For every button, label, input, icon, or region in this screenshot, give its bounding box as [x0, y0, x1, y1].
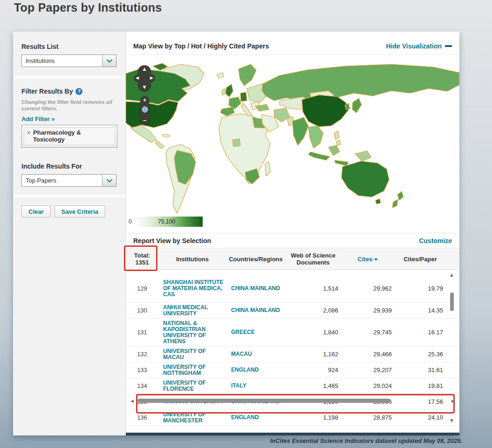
scroll-up-icon[interactable]: ▲	[450, 273, 453, 277]
report-view-title: Report View by Selection	[133, 237, 211, 244]
institution-link[interactable]: NATIONAL & KAPODISTRIAN UNIVERSITY OF AT…	[158, 320, 226, 345]
wos-docs-value: 1,198	[285, 414, 341, 421]
results-list-section: Results List Institutions	[13, 32, 125, 75]
add-filter-link[interactable]: Add Filter »	[21, 115, 117, 122]
wos-docs-value: 2,086	[285, 307, 341, 314]
wos-docs-value: 924	[285, 367, 341, 373]
include-results-value: Top Papers	[22, 177, 56, 184]
table-header-row: Total: 1351 Institutions Countries/Regio…	[126, 248, 459, 270]
include-results-section: Include Results For Top Papers	[13, 156, 125, 194]
country-link[interactable]: ENGLAND	[226, 414, 285, 421]
cites-value: 29,939	[341, 307, 395, 314]
country-link[interactable]: CHINA MAINLAND	[226, 285, 285, 292]
institution-link[interactable]: UNIVERSITY OF MACAU	[158, 348, 226, 360]
clear-button[interactable]: Clear	[21, 205, 51, 217]
pan-right-icon[interactable]: ▶	[150, 76, 153, 80]
main-panel: Results List Institutions Filter Results…	[13, 32, 459, 435]
cites-per-paper-value: 14.35	[395, 307, 446, 314]
collapse-icon[interactable]	[445, 45, 452, 47]
report-view-header: Report View by Selection Customize	[126, 233, 459, 248]
institution-link[interactable]: SHANGHAI INSTITUTE OF MATERIA MEDICA, CA…	[158, 279, 226, 298]
column-header-countries[interactable]: Countries/Regions	[226, 256, 285, 263]
map-view-header: Map View by Top / Hot / Highly Cited Pap…	[126, 37, 459, 55]
country-link[interactable]: MACAU	[226, 351, 285, 357]
cites-per-paper-value: 24.10	[395, 414, 446, 421]
filter-results-text: Filter Results By	[21, 88, 73, 95]
scroll-right-icon[interactable]: ▶	[451, 399, 455, 403]
table-row[interactable]: 130 ANHUI MEDICAL UNIVERSITY CHINA MAINL…	[126, 303, 459, 319]
pan-left-icon[interactable]: ◀	[136, 76, 139, 80]
world-map-region[interactable]: ▲ ▼ ◀ ▶ + − 0 75,100	[126, 55, 459, 232]
table-row[interactable]: 133 UNIVERSITY OF NOTTINGHAM ENGLAND 924…	[126, 362, 459, 378]
cites-per-paper-value: 19.79	[395, 285, 446, 292]
cites-header-label: Cites	[358, 256, 373, 263]
country-link[interactable]: GREECE	[226, 329, 285, 335]
country-link[interactable]: CHINA MAINLAND	[226, 307, 285, 313]
section-divider	[13, 75, 125, 79]
filter-chip-list: × Pharmacology & Toxicology	[21, 125, 117, 148]
horizontal-scroll-thumb[interactable]	[137, 399, 390, 403]
legend-gradient-bar: 75,100	[134, 217, 203, 227]
hide-visualization-link[interactable]: Hide Visualization	[386, 42, 452, 50]
country-link[interactable]: ENGLAND	[226, 367, 285, 373]
actions-section: Clear Save Criteria	[13, 198, 125, 435]
chevron-down-icon[interactable]	[102, 175, 116, 186]
vertical-scroll-thumb[interactable]	[450, 292, 454, 311]
remove-filter-icon[interactable]: ×	[27, 129, 30, 136]
row-rank: 133	[126, 367, 158, 373]
institution-link[interactable]: UNIVERSITY OF NOTTINGHAM	[158, 364, 226, 376]
zoom-in-button[interactable]: +	[143, 97, 147, 103]
cites-value: 29,466	[341, 351, 395, 358]
help-icon[interactable]: ?	[75, 88, 82, 95]
cites-value: 28,875	[341, 414, 395, 421]
table-row[interactable]: 134 UNIVERSITY OF FLORENCE ITALY 1,465 2…	[126, 378, 459, 394]
institution-link[interactable]: UNIVERSITY OF FLORENCE	[158, 380, 226, 392]
table-row[interactable]: 132 UNIVERSITY OF MACAU MACAU 1,162 29,4…	[126, 346, 459, 362]
scroll-left-icon[interactable]: ◀	[130, 399, 134, 403]
institution-link[interactable]: UNIVERSITY OF MANCHESTER	[158, 412, 226, 424]
table-row[interactable]: 131 NATIONAL & KAPODISTRIAN UNIVERSITY O…	[126, 319, 459, 346]
include-results-label: Include Results For	[21, 163, 117, 170]
section-divider	[13, 194, 125, 198]
globe-icon[interactable]	[142, 106, 148, 115]
filter-chip[interactable]: × Pharmacology & Toxicology	[24, 127, 115, 145]
filter-note: Changing the filter field removes all cu…	[21, 99, 115, 112]
map-pan-control[interactable]: ▲ ▼ ◀ ▶	[138, 65, 151, 91]
content-area: Map View by Top / Hot / Highly Cited Pap…	[126, 32, 459, 435]
customize-link[interactable]: Customize	[419, 237, 452, 244]
institution-link[interactable]: ANHUI MEDICAL UNIVERSITY	[158, 305, 226, 317]
scroll-down-icon[interactable]: ▼	[450, 419, 453, 423]
country-link[interactable]: ITALY	[226, 383, 285, 389]
dataset-update-note: InCites Essential Science Indicators dat…	[270, 437, 462, 444]
column-header-institutions[interactable]: Institutions	[158, 256, 226, 263]
column-header-cites-sorted[interactable]: Cites	[341, 256, 395, 263]
wos-docs-value: 1,840	[285, 329, 341, 336]
zoom-out-button[interactable]: −	[143, 118, 147, 123]
filter-results-label: Filter Results By ?	[21, 88, 117, 95]
column-header-docs[interactable]: Web of Science Documents	[285, 252, 341, 266]
pan-down-icon[interactable]: ▼	[143, 85, 146, 89]
cites-value: 29,024	[341, 382, 395, 389]
chevron-down-icon[interactable]	[102, 55, 116, 67]
total-value: 1351	[126, 259, 158, 266]
total-label: Total:	[126, 252, 158, 259]
cites-per-paper-value: 31.61	[395, 367, 446, 373]
table-row[interactable]: 136 UNIVERSITY OF MANCHESTER ENGLAND 1,1…	[126, 410, 459, 426]
results-list-dropdown[interactable]: Institutions	[21, 54, 116, 67]
cites-per-paper-value: 25.36	[395, 351, 446, 358]
pan-up-icon[interactable]: ▲	[143, 67, 146, 71]
table-row[interactable]: 129 SHANGHAI INSTITUTE OF MATERIA MEDICA…	[126, 275, 459, 303]
row-rank: 130	[126, 307, 158, 314]
results-list-label: Results List	[21, 43, 117, 50]
map-color-legend: 0 75,100	[129, 217, 203, 227]
map-zoom-control[interactable]: + −	[140, 96, 149, 125]
hide-visualization-label: Hide Visualization	[386, 42, 442, 50]
results-list-value: Institutions	[22, 57, 55, 64]
row-rank: 129	[126, 285, 158, 292]
world-choropleth-map[interactable]	[126, 55, 459, 232]
horizontal-scrollbar[interactable]: ◀ ▶	[130, 398, 456, 404]
row-rank: 134	[126, 382, 158, 389]
column-header-cites-per-paper[interactable]: Cites/Paper	[395, 256, 446, 263]
save-criteria-button[interactable]: Save Criteria	[55, 205, 106, 217]
include-results-dropdown[interactable]: Top Papers	[21, 174, 116, 187]
